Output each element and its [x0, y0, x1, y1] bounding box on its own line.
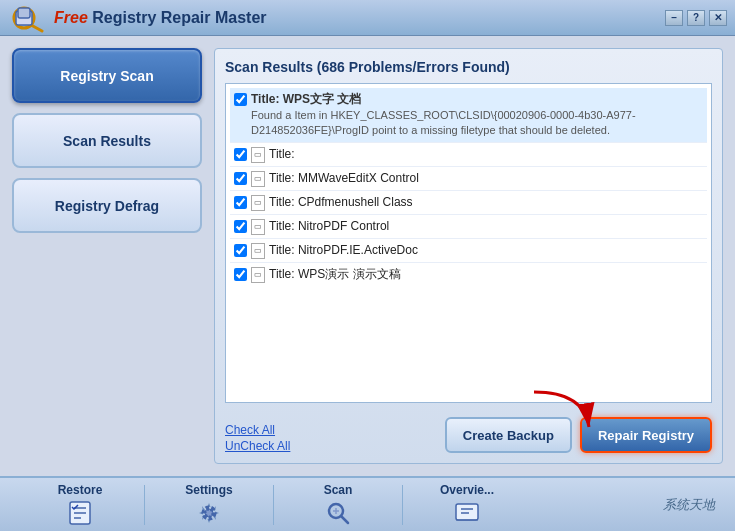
doc-icon: ▭: [251, 195, 265, 211]
scan-list-inner: Title: WPS文字 文档 Found a Item in HKEY_CLA…: [226, 84, 711, 290]
scan-item-checkbox-2[interactable]: [234, 172, 247, 185]
links-row: Check All UnCheck All: [225, 423, 290, 453]
doc-icon: ▭: [251, 219, 265, 235]
toolbar-settings[interactable]: Settings: [149, 483, 269, 527]
scan-results-list[interactable]: Title: WPS文字 文档 Found a Item in HKEY_CLA…: [225, 83, 712, 403]
svg-rect-15: [456, 504, 478, 520]
title-bar: Free Registry Repair Master – ? ✕: [0, 0, 735, 36]
doc-icon: ▭: [251, 171, 265, 187]
svg-rect-3: [18, 8, 30, 18]
check-all-link[interactable]: Check All: [225, 423, 275, 437]
table-row: ▭ Title: MMWaveEditX Control: [230, 167, 707, 191]
scan-item-checkbox-0[interactable]: [234, 93, 247, 106]
toolbar-restore[interactable]: Restore: [20, 483, 140, 527]
sidebar-item-scan-results[interactable]: Scan Results: [12, 113, 202, 168]
action-buttons: Create Backup Repair Registry: [290, 417, 712, 453]
table-row: ▭ Title: NitroPDF.IE.ActiveDoc: [230, 239, 707, 263]
scan-item-checkbox-3[interactable]: [234, 196, 247, 209]
bottom-toolbar: Restore Settings Scan: [0, 476, 735, 531]
app-logo: [8, 3, 48, 33]
scan-item-checkbox-6[interactable]: [234, 268, 247, 281]
main-area: Registry Scan Scan Results Registry Defr…: [0, 36, 735, 476]
doc-icon: ▭: [251, 267, 265, 283]
overview-icon: [453, 499, 481, 527]
table-row: ▭ Title:: [230, 143, 707, 167]
watermark-area: 系统天地: [663, 496, 715, 514]
toolbar-divider-1: [144, 485, 145, 525]
toolbar-scan[interactable]: Scan: [278, 483, 398, 527]
scan-item-checkbox-1[interactable]: [234, 148, 247, 161]
close-button[interactable]: ✕: [709, 10, 727, 26]
minimize-button[interactable]: –: [665, 10, 683, 26]
window-controls[interactable]: – ? ✕: [665, 10, 727, 26]
help-button[interactable]: ?: [687, 10, 705, 26]
toolbar-divider-2: [273, 485, 274, 525]
table-row: ▭ Title: CPdfmenushell Class: [230, 191, 707, 215]
watermark-text: 系统天地: [663, 496, 715, 514]
doc-icon: ▭: [251, 147, 265, 163]
svg-line-1: [31, 25, 42, 31]
svg-line-12: [341, 516, 348, 523]
sidebar-item-registry-defrag[interactable]: Registry Defrag: [12, 178, 202, 233]
create-backup-button[interactable]: Create Backup: [445, 417, 572, 453]
table-row: ▭ Title: WPS演示 演示文稿: [230, 263, 707, 286]
restore-icon: [66, 499, 94, 527]
toolbar-divider-3: [402, 485, 403, 525]
scan-icon: [324, 499, 352, 527]
uncheck-all-link[interactable]: UnCheck All: [225, 439, 290, 453]
table-row: ▭ Title: NitroPDF Control: [230, 215, 707, 239]
settings-icon: [195, 499, 223, 527]
scan-item-checkbox-4[interactable]: [234, 220, 247, 233]
table-row: Title: WPS文字 文档 Found a Item in HKEY_CLA…: [230, 88, 707, 143]
scan-item-checkbox-5[interactable]: [234, 244, 247, 257]
sidebar: Registry Scan Scan Results Registry Defr…: [12, 48, 202, 464]
repair-registry-button[interactable]: Repair Registry: [580, 417, 712, 453]
toolbar-overview[interactable]: Overvie...: [407, 483, 527, 527]
content-panel: Scan Results (686 Problems/Errors Found)…: [214, 48, 723, 464]
app-title: Free Registry Repair Master: [54, 9, 665, 27]
doc-icon: ▭: [251, 243, 265, 259]
content-title: Scan Results (686 Problems/Errors Found): [225, 59, 712, 75]
sidebar-item-registry-scan[interactable]: Registry Scan: [12, 48, 202, 103]
